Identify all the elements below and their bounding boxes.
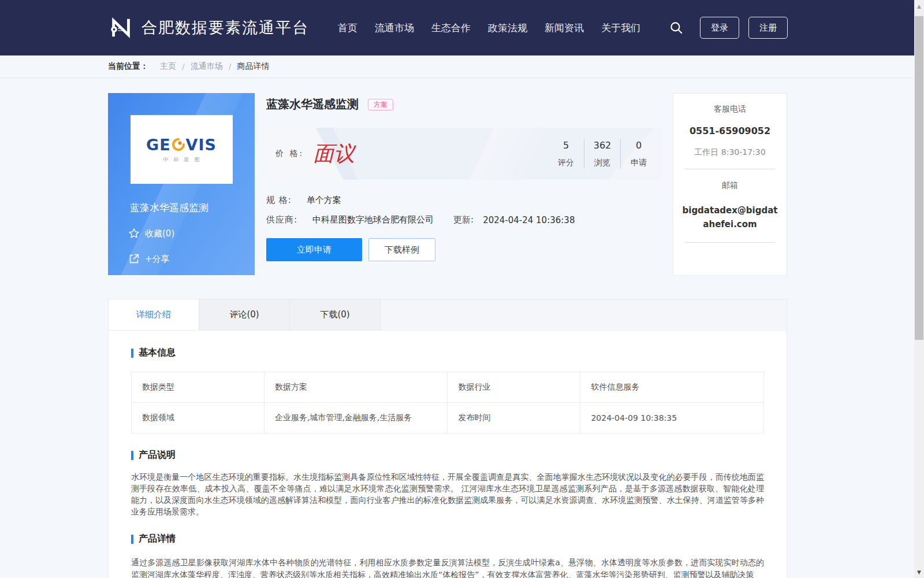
contact-card: 客服电话 0551-65909052 工作日 8:30-17:30 邮箱 big… bbox=[673, 93, 787, 276]
detail-tabs: 详细介绍 评论(0) 下载(0) bbox=[108, 299, 787, 330]
table-cell: 数据领域 bbox=[132, 403, 264, 433]
download-sample-button[interactable]: 下载样例 bbox=[368, 238, 435, 261]
table-cell: 发布时间 bbox=[448, 403, 580, 433]
product-info: 蓝藻水华遥感监测 方案 价 格: 面议 5 评分 362 浏览 bbox=[266, 93, 661, 276]
favorite-button[interactable]: 收藏(0) bbox=[128, 227, 255, 240]
description-heading: 产品说明 bbox=[131, 449, 764, 461]
email-title: 邮箱 bbox=[673, 180, 787, 191]
detail-panel: 基本信息 数据类型 数据方案 数据行业 软件信息服务 数据领域 企业服务,城市管… bbox=[108, 330, 787, 578]
product-stats: 5 评分 362 浏览 0 申请 bbox=[548, 139, 657, 169]
phone-title: 客服电话 bbox=[673, 104, 787, 114]
table-cell: 数据方案 bbox=[264, 372, 448, 403]
breadcrumb-home[interactable]: 主页 bbox=[160, 61, 176, 72]
scroll-up-icon[interactable]: ▲ bbox=[914, 1, 924, 11]
section-bar bbox=[131, 451, 133, 460]
breadcrumb-current: 商品详情 bbox=[237, 61, 269, 72]
stat-views: 362 浏览 bbox=[584, 140, 620, 168]
update-label: 更新: bbox=[453, 214, 474, 225]
details-heading: 产品详情 bbox=[131, 533, 764, 545]
breadcrumb-separator: / bbox=[229, 62, 232, 71]
applications-label: 申请 bbox=[621, 158, 657, 168]
spec-value: 单个方案 bbox=[307, 195, 341, 206]
applications-value: 0 bbox=[621, 140, 657, 151]
views-value: 362 bbox=[584, 140, 620, 151]
update-value: 2024-04-24 10:36:38 bbox=[483, 215, 575, 225]
geovis-logo: GE VIS bbox=[146, 136, 217, 154]
main-content: GE VIS 中科星图 蓝藻水华遥感监测 收藏(0) bbox=[108, 93, 787, 578]
rating-value: 5 bbox=[548, 140, 584, 151]
table-row: 数据领域 企业服务,城市管理,金融服务,生活服务 发布时间 2024-04-09… bbox=[132, 403, 764, 433]
share-label: +分享 bbox=[145, 254, 170, 265]
supplier-logo: GE VIS 中科星图 bbox=[131, 115, 233, 184]
divider bbox=[685, 169, 775, 169]
page-scrollbar[interactable]: ▲ ▼ bbox=[914, 0, 924, 578]
geovis-logo-left: GE bbox=[146, 136, 171, 154]
header-actions: 登录 注册 bbox=[669, 17, 901, 39]
card-product-name: 蓝藻水华遥感监测 bbox=[130, 201, 255, 214]
geovis-logo-right: VIS bbox=[186, 136, 217, 154]
breadcrumb-market[interactable]: 流通市场 bbox=[191, 61, 223, 72]
product-type-badge: 方案 bbox=[368, 99, 393, 110]
brand-name: 合肥数据要素流通平台 bbox=[141, 17, 309, 38]
share-icon bbox=[128, 253, 140, 265]
nav-item-ecosystem[interactable]: 生态合作 bbox=[430, 18, 472, 38]
main-nav: 首页 流通市场 生态合作 政策法规 新闻资讯 关于我们 bbox=[337, 18, 642, 38]
nav-item-about[interactable]: 关于我们 bbox=[600, 18, 642, 38]
description-title: 产品说明 bbox=[139, 449, 176, 461]
nav-item-news[interactable]: 新闻资讯 bbox=[543, 18, 585, 38]
table-cell: 2024-04-09 10:38:35 bbox=[580, 403, 764, 433]
platform-logo-icon bbox=[108, 14, 135, 41]
table-cell: 企业服务,城市管理,金融服务,生活服务 bbox=[264, 403, 448, 433]
supplier-label: 供应商: bbox=[266, 214, 297, 225]
geovis-subtext: 中科星图 bbox=[158, 156, 205, 164]
breadcrumb-prefix: 当前位置： bbox=[108, 61, 148, 72]
details-title: 产品详情 bbox=[139, 533, 176, 545]
table-cell: 数据行业 bbox=[448, 372, 580, 403]
register-button[interactable]: 注册 bbox=[748, 17, 788, 39]
brand[interactable]: 合肥数据要素流通平台 bbox=[108, 14, 309, 41]
share-button[interactable]: +分享 bbox=[128, 253, 255, 265]
product-thumbnail-card: GE VIS 中科星图 蓝藻水华遥感监测 收藏(0) bbox=[108, 93, 255, 275]
price-label: 价 格: bbox=[275, 149, 304, 159]
basic-info-title: 基本信息 bbox=[139, 347, 176, 359]
search-icon[interactable] bbox=[669, 20, 684, 35]
email-address: bigdatadex@bigdatahefei.com bbox=[681, 203, 778, 231]
nav-item-market[interactable]: 流通市场 bbox=[374, 18, 415, 38]
table-row: 数据类型 数据方案 数据行业 软件信息服务 bbox=[132, 372, 764, 403]
tab-comments[interactable]: 评论(0) bbox=[199, 299, 290, 330]
section-bar bbox=[131, 535, 133, 544]
star-icon bbox=[128, 227, 140, 240]
scroll-down-icon[interactable]: ▼ bbox=[914, 567, 924, 577]
nav-item-policy[interactable]: 政策法规 bbox=[487, 18, 528, 38]
breadcrumb-separator: / bbox=[182, 62, 185, 71]
supplier-value: 中科星图数字地球合肥有限公司 bbox=[312, 214, 434, 225]
favorite-label: 收藏(0) bbox=[145, 228, 174, 239]
basic-info-heading: 基本信息 bbox=[131, 347, 764, 359]
spec-label: 规 格: bbox=[266, 195, 292, 206]
page-title: 蓝藻水华遥感监测 bbox=[266, 97, 359, 112]
rating-label: 评分 bbox=[548, 158, 584, 168]
tab-detail-intro[interactable]: 详细介绍 bbox=[109, 299, 199, 330]
stat-rating: 5 评分 bbox=[548, 140, 584, 168]
section-bar bbox=[131, 349, 133, 358]
details-text: 通过多源遥感卫星影像获取河湖库水体中各种物质的光谱特征，利用相应水质参数定量反演… bbox=[131, 557, 764, 578]
price-value: 面议 bbox=[313, 140, 355, 168]
site-header: 合肥数据要素流通平台 首页 流通市场 生态合作 政策法规 新闻资讯 关于我们 登… bbox=[0, 0, 924, 55]
table-cell: 数据类型 bbox=[132, 372, 264, 403]
geovis-o-icon bbox=[172, 138, 185, 151]
phone-number: 0551-65909052 bbox=[673, 125, 787, 136]
basic-info-table: 数据类型 数据方案 数据行业 软件信息服务 数据领域 企业服务,城市管理,金融服… bbox=[131, 372, 764, 433]
apply-now-button[interactable]: 立即申请 bbox=[266, 238, 362, 261]
divider bbox=[685, 242, 775, 243]
scrollbar-thumb[interactable] bbox=[915, 16, 923, 340]
views-label: 浏览 bbox=[584, 158, 620, 168]
nav-item-home[interactable]: 首页 bbox=[337, 18, 359, 38]
price-banner: 价 格: 面议 5 评分 362 浏览 0 申请 bbox=[266, 128, 661, 180]
work-hours: 工作日 8:30-17:30 bbox=[673, 147, 787, 158]
tab-downloads[interactable]: 下载(0) bbox=[290, 299, 381, 330]
login-button[interactable]: 登录 bbox=[700, 17, 739, 39]
table-cell: 软件信息服务 bbox=[580, 372, 764, 403]
breadcrumb: 当前位置： 主页 / 流通市场 / 商品详情 bbox=[0, 55, 924, 78]
stat-applications: 0 申请 bbox=[621, 140, 657, 168]
description-text: 水环境是衡量一个地区生态环境的重要指标。水生境指标监测具备原位性和区域性特征，开… bbox=[131, 471, 764, 517]
